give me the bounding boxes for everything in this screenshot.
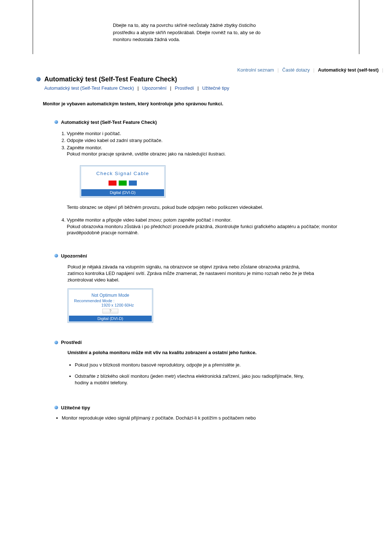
tab-separator: | xyxy=(311,67,317,73)
swatch-green-icon xyxy=(119,181,127,186)
section-bullet-icon xyxy=(54,254,58,258)
check-signal-label: Check Signal Cable xyxy=(81,170,164,180)
tab-checklist[interactable]: Kontrolní seznam xyxy=(237,67,274,73)
section-bullet-icon xyxy=(54,406,58,409)
intro-text: Monitor je vybaven automatickým testem, … xyxy=(33,91,359,110)
section-bullet-icon xyxy=(54,120,58,124)
swatch-red-icon xyxy=(109,181,117,186)
section-selftest: Automatický test (Self-Test Feature Chec… xyxy=(33,110,359,236)
selftest-steps: Vypněte monitor i počítač. Odpojte video… xyxy=(54,130,338,236)
section-head: Upozornění xyxy=(54,253,338,259)
step-4: Vypněte monitor a připojte video kabel z… xyxy=(67,211,338,236)
not-optimum-box: Not Optimum Mode Recommended Mode : 1920… xyxy=(68,288,153,323)
environment-item-1: Pokud jsou v blízkosti monitoru basové r… xyxy=(75,360,309,370)
content-frame: Dbejte na to, aby na povrchu skříně nezů… xyxy=(33,0,359,54)
step-4a: Vypněte monitor a připojte video kabel z… xyxy=(67,217,232,223)
page-title-row: Automatický test (Self-Test Feature Chec… xyxy=(33,76,359,83)
environment-list: Pokud jsou v blízkosti monitoru basové r… xyxy=(54,360,338,388)
section-bullet-icon xyxy=(54,341,58,344)
link-tips[interactable]: Užitečné tipy xyxy=(202,85,229,91)
section-title: Prostředí xyxy=(61,340,82,345)
tab-separator: | xyxy=(275,67,281,73)
section-environment: Prostředí Umístění a poloha monitoru můž… xyxy=(33,324,359,388)
link-selftest[interactable]: Automatický test (Self-Test Feature Chec… xyxy=(44,85,134,91)
link-separator: | xyxy=(135,85,141,91)
step-4b: Pokud obrazovka monitoru zůstává i po př… xyxy=(67,224,337,236)
swatch-blue-icon xyxy=(129,181,137,186)
anchor-link-row: Automatický test (Self-Test Feature Chec… xyxy=(33,83,359,91)
step-1: Vypněte monitor i počítač. xyxy=(67,130,338,137)
step-3-para: Tento obrazec se objeví při běžném provo… xyxy=(67,204,338,211)
warning-para: Pokud je nějaká závada na vstupním signá… xyxy=(54,259,338,284)
section-tips: Užitečné tipy xyxy=(33,388,359,410)
step-3b: Pokud monitor pracuje správně, uvidíte o… xyxy=(67,151,226,157)
tips-item-1: Monitor reprodukuje video signál přijíma… xyxy=(62,414,330,422)
section-title: Upozornění xyxy=(61,253,87,259)
color-swatch-row xyxy=(81,180,164,186)
document-page: Dbejte na to, aby na povrchu skříně nezů… xyxy=(0,0,392,437)
title-bullet-icon xyxy=(36,77,41,81)
section-title: Automatický test (Self-Test Feature Chec… xyxy=(61,119,157,125)
page-title: Automatický test (Self-Test Feature Chec… xyxy=(44,76,177,83)
step-3: Zapněte monitor. Pokud monitor pracuje s… xyxy=(67,144,338,211)
step-3a: Zapněte monitor. xyxy=(67,145,102,150)
step-2: Odpojte video kabel od zadní strany počí… xyxy=(67,137,338,144)
link-separator: | xyxy=(168,85,173,91)
environment-strong: Umístění a poloha monitoru může mít vliv… xyxy=(54,345,338,360)
top-note-box: Dbejte na to, aby na povrchu skříně nezů… xyxy=(113,22,279,54)
not-optimum-line3: 1920 x 1200 60Hz xyxy=(69,303,152,307)
environment-item-2: Odstraňte z blízkého okolí monitoru (jed… xyxy=(75,371,309,388)
not-optimum-line2: Recommended Mode : xyxy=(69,299,152,303)
not-optimum-footer: Digital (DVI-D) xyxy=(69,316,152,321)
tab-faq[interactable]: Časté dotazy xyxy=(282,67,310,73)
not-optimum-inner: Not Optimum Mode Recommended Mode : 1920… xyxy=(69,290,152,316)
not-optimum-line1: Not Optimum Mode xyxy=(69,293,152,299)
tab-row: Kontrolní seznam | Časté dotazy | Automa… xyxy=(0,54,392,76)
tab-separator: | xyxy=(380,67,385,73)
section-head: Automatický test (Self-Test Feature Chec… xyxy=(54,119,338,125)
link-separator: | xyxy=(195,85,201,91)
link-warning[interactable]: Upozornění xyxy=(142,85,167,91)
link-environment[interactable]: Prostředí xyxy=(175,85,194,91)
check-signal-footer: Digital (DVI-D) xyxy=(81,189,164,196)
tips-list: Monitor reprodukuje video signál přijíma… xyxy=(33,414,359,422)
check-signal-inner: Check Signal Cable xyxy=(81,167,164,189)
section-warning: Upozornění Pokud je nějaká závada na vst… xyxy=(33,236,359,323)
main-content: Automatický test (Self-Test Feature Chec… xyxy=(0,76,392,437)
check-signal-box: Check Signal Cable Digital (DVI-D) xyxy=(80,165,166,198)
not-optimum-help-button[interactable]: ? xyxy=(102,309,118,313)
section-title: Užitečné tipy xyxy=(61,405,90,410)
section-head: Užitečné tipy xyxy=(54,405,338,410)
top-note-text: Dbejte na to, aby na povrchu skříně nezů… xyxy=(113,22,279,43)
section-head: Prostředí xyxy=(54,340,338,345)
tab-selftest-active[interactable]: Automatický test (self-test) xyxy=(318,67,379,73)
